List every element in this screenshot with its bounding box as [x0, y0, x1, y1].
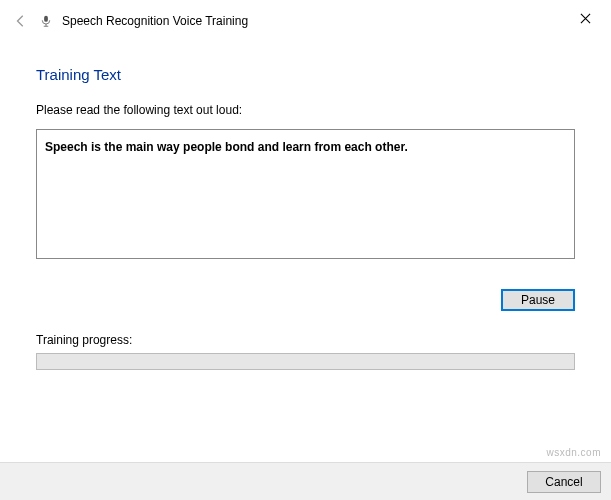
svg-rect-0	[44, 16, 48, 22]
dialog-footer: Cancel	[0, 462, 611, 500]
window-title: Speech Recognition Voice Training	[62, 14, 248, 28]
main-content: Training Text Please read the following …	[0, 36, 611, 370]
section-heading: Training Text	[36, 66, 575, 83]
watermark-text: wsxdn.com	[546, 447, 601, 458]
back-arrow-icon[interactable]	[14, 14, 28, 28]
cancel-button[interactable]: Cancel	[527, 471, 601, 493]
progress-bar	[36, 353, 575, 370]
close-button[interactable]	[573, 6, 597, 30]
instruction-text: Please read the following text out loud:	[36, 103, 575, 117]
pause-row: Pause	[36, 289, 575, 311]
progress-label: Training progress:	[36, 333, 575, 347]
training-sentence: Speech is the main way people bond and l…	[45, 140, 566, 154]
window-header: Speech Recognition Voice Training	[0, 0, 611, 36]
training-text-box: Speech is the main way people bond and l…	[36, 129, 575, 259]
microphone-icon	[40, 14, 54, 28]
pause-button[interactable]: Pause	[501, 289, 575, 311]
